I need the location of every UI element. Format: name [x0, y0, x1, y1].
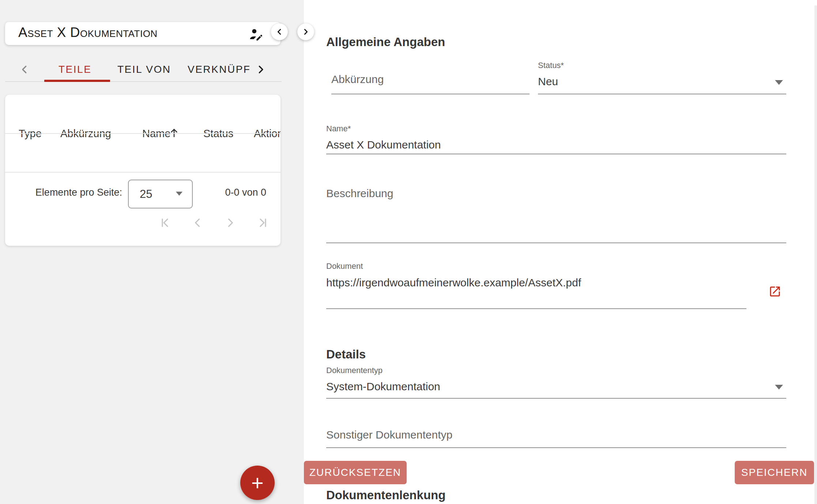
other-doctype-input[interactable] — [326, 429, 786, 441]
name-input[interactable]: Asset X Dokumentation — [326, 139, 441, 151]
section-title-control: Dokumentenlenkung — [326, 488, 445, 502]
tab-scroll-right-button[interactable] — [255, 64, 267, 75]
tab-teile[interactable]: TEILE — [59, 63, 91, 76]
document-underline — [326, 308, 746, 309]
name-label: Name* — [326, 124, 351, 133]
chevron-left-icon — [275, 28, 283, 36]
section-title-general: Allgemeine Angaben — [326, 35, 445, 49]
entity-list-panel: Asset X Dokumentation TEILE TEIL VON VER… — [0, 0, 304, 504]
next-page-button[interactable] — [224, 215, 238, 230]
save-button[interactable]: SPEICHERN — [735, 461, 814, 484]
page-size-select[interactable]: 25 — [128, 180, 193, 208]
abbreviation-input[interactable] — [331, 73, 529, 86]
active-tab-underline — [44, 80, 110, 82]
entity-title: Asset X Dokumentation — [18, 25, 158, 40]
open-document-button[interactable] — [768, 283, 784, 300]
chevron-left-icon — [19, 64, 31, 75]
previous-page-button[interactable] — [192, 215, 206, 230]
other-doctype-underline — [326, 447, 786, 448]
chevron-right-icon — [255, 64, 267, 75]
description-input[interactable] — [326, 187, 786, 200]
reset-button[interactable]: ZURÜCKSETZEN — [304, 461, 407, 484]
next-page-icon — [224, 217, 238, 229]
status-underline — [538, 94, 786, 94]
chevron-right-icon — [302, 28, 310, 36]
tab-bar: TEILE TEIL VON VERKNÜPF — [0, 59, 304, 82]
description-underline — [326, 242, 786, 243]
document-url-input[interactable]: https://irgendwoaufmeinerwolke.example/A… — [326, 277, 581, 289]
user-edit-button[interactable] — [249, 27, 263, 42]
triangle-down-icon — [176, 192, 182, 196]
tab-verknuepf[interactable]: VERKNÜPF — [188, 63, 251, 76]
expand-panel-button[interactable] — [297, 23, 314, 40]
first-page-button[interactable] — [159, 215, 173, 230]
entity-header-card: Asset X Dokumentation — [5, 22, 281, 45]
add-button[interactable]: + — [240, 466, 275, 500]
parts-table-card: Type Abkürzung Name Status Aktionen Elem… — [5, 95, 281, 246]
abbreviation-underline — [331, 94, 530, 94]
name-underline — [326, 154, 786, 154]
table-header-divider — [5, 133, 281, 134]
last-page-button[interactable] — [257, 215, 271, 230]
status-label: Status* — [538, 61, 564, 70]
arrow-upward-icon — [168, 127, 180, 139]
triangle-down-icon — [775, 80, 783, 85]
paginator-range-label: 0-0 von 0 — [225, 187, 266, 198]
tab-teil-von[interactable]: TEIL VON — [117, 63, 171, 76]
last-page-icon — [257, 217, 271, 229]
doctype-underline — [326, 398, 786, 399]
items-per-page-label: Elemente pro Seite: — [35, 187, 122, 198]
person-edit-icon — [249, 28, 263, 41]
open-in-new-icon — [768, 285, 784, 298]
doctype-label: Dokumententyp — [326, 366, 383, 375]
vertical-scrollbar[interactable] — [814, 5, 817, 504]
collapse-panel-button[interactable] — [271, 23, 288, 40]
section-title-details: Details — [326, 347, 366, 361]
status-select-value: Neu — [538, 75, 558, 88]
page-size-value: 25 — [140, 188, 152, 201]
detail-form-panel: Allgemeine Angaben Status* Neu Name* Ass… — [304, 5, 817, 504]
triangle-down-icon — [775, 385, 783, 390]
document-label: Dokument — [326, 262, 363, 271]
first-page-icon — [159, 217, 173, 229]
tab-scroll-left-button[interactable] — [19, 64, 31, 75]
table-footer-divider — [5, 172, 281, 173]
doctype-select-value: System-Dokumentation — [326, 380, 440, 393]
previous-page-icon — [192, 217, 206, 229]
